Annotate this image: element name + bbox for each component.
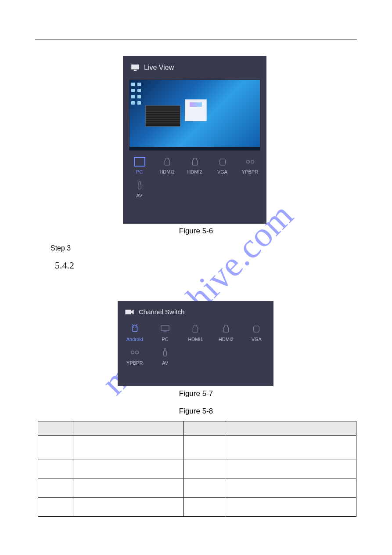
table-cell (225, 460, 356, 479)
figure-5-6-caption: Figure 5-6 (0, 227, 392, 236)
table-cell (183, 479, 225, 498)
channel-label: HDMI1 (188, 337, 203, 342)
table-header-cell (183, 421, 225, 436)
preview-taskbar (129, 147, 260, 150)
table-row (38, 498, 356, 517)
table-cell (183, 498, 225, 517)
camera-icon (125, 309, 134, 315)
live-view-preview (129, 80, 260, 151)
table-row (38, 460, 356, 479)
svg-point-8 (136, 327, 136, 327)
signal-table (38, 421, 356, 517)
source-ypbpr[interactable]: YPBPR (236, 157, 264, 174)
svg-line-6 (136, 324, 137, 325)
header-rule (35, 40, 357, 40)
channel-label: AV (162, 360, 168, 366)
hdmi-plug-icon (190, 323, 201, 334)
hdmi-plug-icon (220, 323, 232, 334)
channel-label: Android (126, 337, 143, 342)
hdmi-plug-icon (189, 157, 201, 167)
table-header-cell (225, 421, 356, 436)
monitor-icon (131, 64, 140, 71)
table-cell (183, 460, 225, 479)
svg-point-11 (131, 351, 134, 354)
live-view-header: Live View (123, 56, 266, 76)
source-label: HDMI2 (187, 169, 202, 174)
component-icon (129, 347, 140, 358)
table-cell (38, 436, 73, 460)
pc-icon (134, 157, 145, 167)
channel-label: HDMI2 (219, 337, 234, 342)
channel-label: PC (162, 337, 168, 342)
svg-point-12 (135, 351, 138, 354)
table-cell (73, 436, 183, 460)
android-icon (129, 323, 140, 334)
source-label: VGA (217, 169, 227, 174)
table-cell (38, 498, 73, 517)
source-grid: PC HDMI1 HDMI2 VGA (123, 151, 266, 198)
vga-plug-icon (251, 323, 262, 334)
source-av[interactable]: AV (126, 181, 153, 198)
figure-5-7-caption: Figure 5-7 (0, 389, 392, 398)
pc-icon (159, 323, 171, 334)
figure-5-8-caption: Figure 5-8 (0, 407, 392, 416)
svg-rect-1 (134, 70, 137, 71)
step-3-label: Step 3 (50, 244, 71, 252)
svg-rect-4 (125, 309, 131, 314)
hdmi-plug-icon (162, 157, 173, 167)
page: manualshive.com Live View PC HDMI1 (0, 0, 392, 555)
channel-label: VGA (252, 337, 262, 342)
table-cell (38, 479, 73, 498)
live-view-title: Live View (144, 64, 174, 72)
table-cell (73, 460, 183, 479)
channel-switch-title: Channel Switch (139, 308, 184, 316)
av-plug-icon (159, 347, 171, 358)
vga-plug-icon (217, 157, 228, 167)
source-label: AV (137, 193, 143, 198)
table-cell (73, 479, 183, 498)
channel-hdmi2[interactable]: HDMI2 (211, 323, 241, 342)
svg-rect-0 (131, 65, 139, 69)
table-cell (183, 436, 225, 460)
svg-point-7 (133, 327, 133, 327)
channel-label: YPBPR (126, 360, 143, 366)
channel-hdmi1[interactable]: HDMI1 (180, 323, 211, 342)
svg-point-3 (251, 160, 254, 163)
source-label: HDMI1 (159, 169, 174, 174)
source-label: YPBPR (242, 169, 258, 174)
table-cell (225, 498, 356, 517)
channel-vga[interactable]: VGA (241, 323, 272, 342)
table-header-cell (73, 421, 183, 436)
table-header-cell (38, 421, 73, 436)
channel-switch-header: Channel Switch (118, 301, 273, 321)
preview-window-dialog (185, 99, 207, 121)
table-cell (225, 436, 356, 460)
channel-ypbpr[interactable]: YPBPR (119, 347, 150, 366)
table-row (38, 479, 356, 498)
av-plug-icon (134, 181, 145, 190)
svg-point-2 (246, 160, 249, 163)
component-icon (245, 157, 256, 167)
channel-android[interactable]: Android (119, 323, 150, 342)
preview-window-keyboard (145, 105, 180, 127)
channel-switch-panel: Channel Switch Android PC HDMI1 (118, 301, 273, 386)
source-label: PC (136, 169, 143, 174)
table-cell (225, 479, 356, 498)
live-view-panel: Live View PC HDMI1 HDMI2 (123, 56, 266, 224)
channel-pc[interactable]: PC (150, 323, 180, 342)
source-vga[interactable]: VGA (209, 157, 236, 174)
channel-grid: Android PC HDMI1 HDMI2 (118, 321, 273, 366)
source-hdmi1[interactable]: HDMI1 (153, 157, 181, 174)
table-row (38, 436, 356, 460)
channel-av[interactable]: AV (150, 347, 180, 366)
section-5-4-2: 5.4.2 (55, 260, 74, 271)
source-pc[interactable]: PC (126, 157, 153, 174)
table-cell (38, 460, 73, 479)
table-header-row (38, 421, 356, 436)
svg-rect-9 (161, 326, 169, 331)
source-hdmi2[interactable]: HDMI2 (181, 157, 209, 174)
svg-line-5 (132, 324, 133, 325)
table-cell (73, 498, 183, 517)
